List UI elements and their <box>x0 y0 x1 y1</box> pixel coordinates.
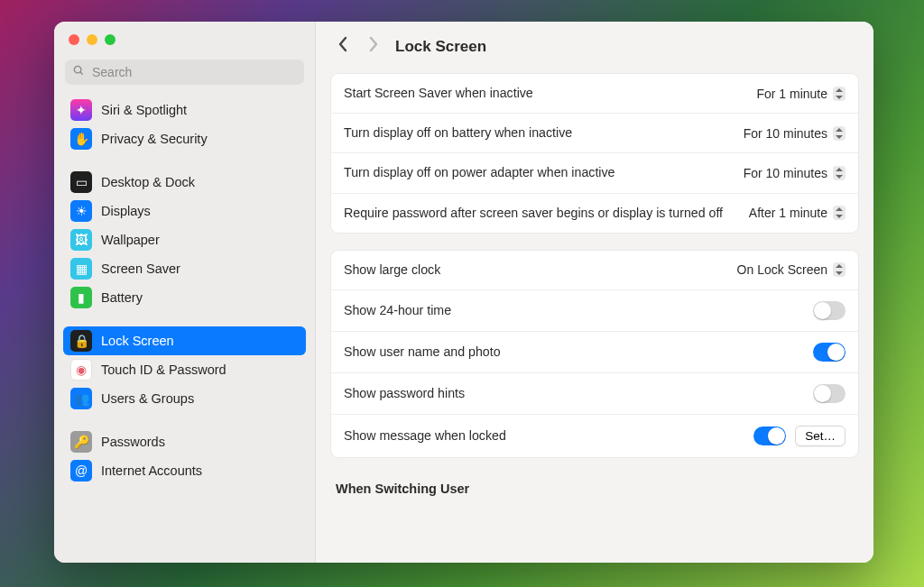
sidebar-item-label: Internet Accounts <box>101 463 202 478</box>
wallpaper-icon: 🖼 <box>70 229 92 251</box>
stepper-icon <box>833 126 845 141</box>
screen-saver-icon: ▦ <box>70 258 92 280</box>
forward-button[interactable] <box>365 34 383 59</box>
internet-accounts-icon: @ <box>70 460 92 482</box>
sidebar-item-battery[interactable]: ▮Battery <box>63 283 306 312</box>
popup-value: On Lock Screen <box>737 262 827 277</box>
back-button[interactable] <box>334 34 352 59</box>
setting-label: Show message when locked <box>344 427 744 445</box>
settings-group-display: Show large clockOn Lock ScreenShow 24-ho… <box>330 250 859 458</box>
toggle[interactable] <box>813 343 845 362</box>
popup-button[interactable]: For 1 minute <box>756 87 845 101</box>
popup-button[interactable]: On Lock Screen <box>737 262 845 277</box>
setting-label: Show 24-hour time <box>344 302 804 319</box>
popup-button[interactable]: For 10 minutes <box>744 166 845 180</box>
privacy-security-icon: ✋ <box>70 128 92 150</box>
sidebar-item-label: Touch ID & Password <box>101 362 226 377</box>
toggle[interactable] <box>813 384 845 403</box>
stepper-icon <box>833 262 845 277</box>
close-button[interactable] <box>69 34 79 45</box>
sidebar-item-label: Siri & Spotlight <box>101 103 187 117</box>
setting-label: Turn display off on battery when inactiv… <box>344 124 735 142</box>
setting-row: Require password after screen saver begi… <box>331 194 858 233</box>
set-button[interactable]: Set… <box>795 426 845 446</box>
sidebar-item-siri-spotlight[interactable]: ✦Siri & Spotlight <box>63 96 306 124</box>
stepper-icon <box>833 166 845 180</box>
search-icon <box>72 64 85 80</box>
setting-row: Show user name and photo <box>331 332 858 373</box>
sidebar: ✦Siri & Spotlight✋Privacy & Security▭Des… <box>54 22 316 563</box>
svg-marker-3 <box>836 96 843 99</box>
sidebar-item-label: Lock Screen <box>101 334 174 348</box>
desktop-dock-icon: ▭ <box>70 171 92 193</box>
svg-marker-10 <box>836 264 843 268</box>
search-input[interactable] <box>65 60 304 85</box>
setting-label: Start Screen Saver when inactive <box>344 85 747 102</box>
stepper-icon <box>833 206 845 220</box>
battery-icon: ▮ <box>70 287 92 308</box>
setting-label: Show password hints <box>344 385 804 402</box>
header: Lock Screen <box>316 22 873 68</box>
setting-row: Turn display off on battery when inactiv… <box>331 114 858 153</box>
sidebar-item-desktop-dock[interactable]: ▭Desktop & Dock <box>63 168 306 197</box>
svg-marker-9 <box>836 215 843 218</box>
setting-label: Turn display off on power adapter when i… <box>344 164 735 181</box>
search-wrapper <box>65 60 304 85</box>
lock-screen-icon: 🔒 <box>70 330 92 352</box>
svg-marker-7 <box>836 175 843 179</box>
main-panel: Lock Screen Start Screen Saver when inac… <box>316 22 873 563</box>
settings-window: ✦Siri & Spotlight✋Privacy & Security▭Des… <box>54 22 873 563</box>
popup-value: For 1 minute <box>756 87 827 101</box>
svg-marker-8 <box>836 207 843 211</box>
setting-label: Show user name and photo <box>344 344 804 361</box>
setting-row: Show message when lockedSet… <box>331 415 858 457</box>
sidebar-item-displays[interactable]: ☀Displays <box>63 197 306 225</box>
stepper-icon <box>833 87 845 101</box>
setting-row: Show 24-hour time <box>331 290 858 332</box>
svg-line-1 <box>80 72 83 75</box>
svg-marker-4 <box>836 128 843 132</box>
setting-row: Show password hints <box>331 373 858 415</box>
setting-row: Turn display off on power adapter when i… <box>331 153 858 193</box>
touch-id-password-icon: ◉ <box>70 359 92 381</box>
sidebar-item-touch-id-password[interactable]: ◉Touch ID & Password <box>63 355 306 384</box>
sidebar-item-label: Screen Saver <box>101 261 180 276</box>
sidebar-item-internet-accounts[interactable]: @Internet Accounts <box>63 456 306 485</box>
section-heading-switching-user: When Switching User <box>330 474 859 496</box>
setting-label: Require password after screen saver begi… <box>344 205 740 222</box>
sidebar-item-label: Passwords <box>101 435 165 449</box>
toggle[interactable] <box>753 426 786 445</box>
svg-point-0 <box>74 66 81 73</box>
passwords-icon: 🔑 <box>70 431 92 453</box>
sidebar-item-label: Users & Groups <box>101 391 194 406</box>
toggle[interactable] <box>813 301 845 320</box>
settings-group-timing: Start Screen Saver when inactiveFor 1 mi… <box>330 73 859 234</box>
sidebar-item-screen-saver[interactable]: ▦Screen Saver <box>63 254 306 283</box>
siri-spotlight-icon: ✦ <box>70 99 92 121</box>
sidebar-list: ✦Siri & Spotlight✋Privacy & Security▭Des… <box>54 92 315 563</box>
sidebar-item-label: Battery <box>101 290 143 305</box>
sidebar-item-wallpaper[interactable]: 🖼Wallpaper <box>63 225 306 254</box>
popup-value: After 1 minute <box>749 206 827 220</box>
sidebar-item-privacy-security[interactable]: ✋Privacy & Security <box>63 124 306 153</box>
popup-value: For 10 minutes <box>744 126 827 141</box>
zoom-button[interactable] <box>105 34 116 45</box>
popup-button[interactable]: For 10 minutes <box>744 126 845 141</box>
sidebar-item-users-groups[interactable]: 👥Users & Groups <box>63 384 306 413</box>
popup-value: For 10 minutes <box>744 166 827 180</box>
setting-row: Start Screen Saver when inactiveFor 1 mi… <box>331 74 858 114</box>
sidebar-item-lock-screen[interactable]: 🔒Lock Screen <box>63 326 306 355</box>
page-title: Lock Screen <box>395 38 486 56</box>
minimize-button[interactable] <box>87 34 97 45</box>
sidebar-item-passwords[interactable]: 🔑Passwords <box>63 427 306 456</box>
svg-marker-11 <box>836 271 843 275</box>
sidebar-item-label: Privacy & Security <box>101 132 208 146</box>
svg-marker-6 <box>836 168 843 171</box>
svg-marker-5 <box>836 135 843 139</box>
sidebar-item-label: Wallpaper <box>101 233 160 247</box>
sidebar-item-label: Desktop & Dock <box>101 175 195 189</box>
popup-button[interactable]: After 1 minute <box>749 206 845 220</box>
users-groups-icon: 👥 <box>70 388 92 409</box>
setting-row: Show large clockOn Lock Screen <box>331 251 858 290</box>
setting-label: Show large clock <box>344 261 728 279</box>
